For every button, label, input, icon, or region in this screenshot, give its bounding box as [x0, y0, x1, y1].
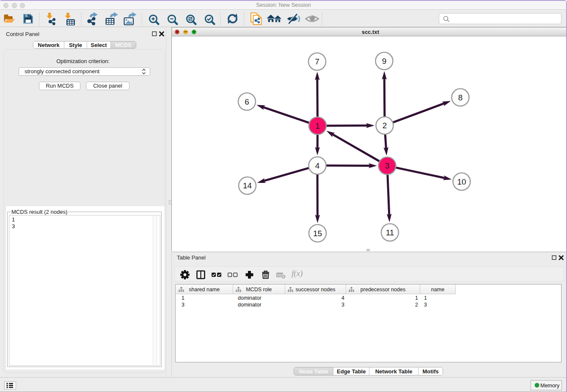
svg-text:4: 4 — [315, 161, 320, 170]
svg-text:2: 2 — [383, 121, 387, 130]
svg-text:6: 6 — [245, 97, 249, 106]
svg-text:14: 14 — [243, 181, 252, 190]
svg-text:15: 15 — [313, 229, 322, 238]
svg-text:3: 3 — [385, 161, 390, 170]
svg-text:9: 9 — [382, 57, 387, 66]
svg-text:11: 11 — [386, 228, 394, 237]
svg-text:7: 7 — [315, 57, 319, 66]
svg-text:1: 1 — [315, 121, 320, 130]
svg-text:10: 10 — [457, 177, 466, 186]
svg-text:8: 8 — [458, 93, 463, 102]
